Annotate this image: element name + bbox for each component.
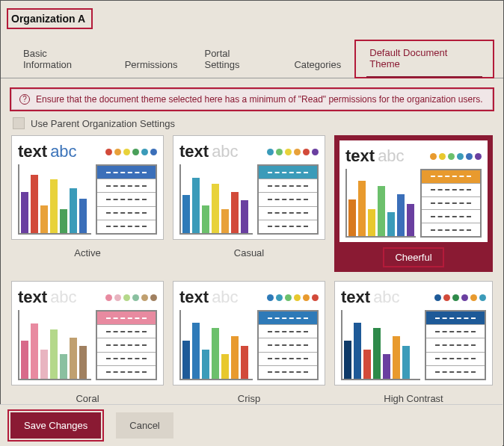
thumb-text-light: abc: [212, 142, 238, 161]
mini-bar-chart: [18, 310, 91, 380]
tab-basic-information[interactable]: Basic Information: [10, 42, 111, 78]
thumb-text-strong: text: [345, 146, 375, 166]
use-parent-checkbox[interactable]: [13, 117, 25, 129]
tab-permissions[interactable]: Permissions: [111, 53, 191, 78]
theme-card-coral[interactable]: textabcCoral: [11, 281, 164, 407]
save-button[interactable]: Save Changes: [10, 412, 101, 439]
color-dots: [267, 149, 319, 155]
tab-default-document-theme[interactable]: Default Document Theme: [354, 40, 494, 78]
theme-card-high-contrast[interactable]: textabcHigh Contrast: [334, 281, 493, 407]
tab-categories[interactable]: Categories: [280, 53, 354, 78]
thumb-text-strong: text: [179, 288, 209, 307]
cancel-button[interactable]: Cancel: [116, 412, 173, 439]
mini-table: [257, 164, 319, 235]
color-dots: [105, 149, 157, 155]
tab-bar: Basic Information Permissions Portal Set…: [1, 40, 503, 78]
info-icon: ?: [19, 94, 30, 105]
tab-portal-settings[interactable]: Portal Settings: [191, 42, 280, 78]
theme-card-crisp[interactable]: textabcCrisp: [173, 281, 325, 407]
notice-text: Ensure that the document theme selected …: [36, 94, 483, 105]
mini-bar-chart: [179, 310, 253, 380]
theme-card-cheerful[interactable]: textabcCheerful: [334, 135, 493, 272]
theme-name-label: Active: [64, 244, 111, 261]
thumb-text-light: abc: [50, 142, 76, 161]
thumb-text-strong: text: [18, 288, 47, 307]
color-dots: [105, 294, 157, 301]
color-dots: [267, 294, 319, 301]
permission-notice: ? Ensure that the document theme selecte…: [11, 89, 493, 110]
color-dots: [430, 153, 482, 160]
theme-name-label: Cheerful: [383, 247, 443, 267]
theme-card-casual[interactable]: textabcCasual: [173, 135, 325, 272]
thumb-text-light: abc: [373, 288, 399, 307]
thumb-text-light: abc: [378, 146, 404, 166]
org-title: Organization A: [7, 8, 93, 29]
thumb-text-strong: text: [341, 288, 370, 307]
theme-grid: textabcActivetextabcCasualtextabcCheerfu…: [11, 135, 493, 407]
thumb-text-strong: text: [18, 142, 47, 161]
mini-bar-chart: [179, 164, 253, 235]
mini-table: [420, 169, 482, 238]
color-dots: [434, 294, 486, 301]
mini-bar-chart: [345, 169, 416, 238]
thumb-text-light: abc: [50, 288, 76, 307]
use-parent-label: Use Parent Organization Settings: [31, 118, 175, 129]
mini-table: [96, 164, 157, 235]
theme-name-label: Casual: [224, 244, 274, 261]
mini-table: [96, 310, 157, 380]
mini-bar-chart: [18, 164, 91, 235]
footer: Save Changes Cancel: [0, 404, 503, 446]
mini-bar-chart: [341, 310, 420, 380]
thumb-text-light: abc: [212, 288, 238, 307]
mini-table: [257, 310, 319, 380]
theme-card-active[interactable]: textabcActive: [11, 135, 164, 272]
thumb-text-strong: text: [179, 142, 209, 161]
mini-table: [425, 310, 486, 380]
